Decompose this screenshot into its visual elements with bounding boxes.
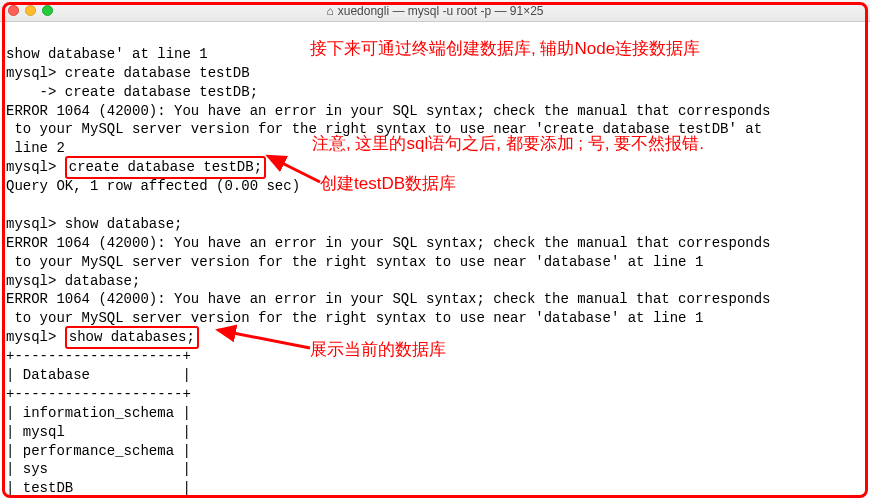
annotation-show-db: 展示当前的数据库	[310, 338, 446, 361]
home-icon: ⌂	[326, 4, 333, 18]
table-border: +--------------------+	[6, 386, 191, 402]
term-prompt-pre: mysql>	[6, 159, 65, 175]
table-row: | sys |	[6, 461, 191, 477]
terminal-output[interactable]: show database' at line 1 mysql> create d…	[0, 22, 870, 500]
window-titlebar: ⌂xuedongli — mysql -u root -p — 91×25	[0, 0, 870, 22]
term-line: ERROR 1064 (42000): You have an error in…	[6, 291, 771, 307]
table-row: | testDB |	[6, 480, 191, 496]
term-line: to your MySQL server version for the rig…	[6, 254, 703, 270]
table-header: | Database |	[6, 367, 191, 383]
term-line: ERROR 1064 (42000): You have an error in…	[6, 103, 771, 119]
term-line: -> create database testDB;	[6, 84, 258, 100]
term-line: mysql> show database;	[6, 216, 182, 232]
highlighted-command-show: show databases;	[65, 326, 199, 349]
term-line: line 2	[6, 140, 65, 156]
annotation-top: 接下来可通过终端创建数据库, 辅助Node连接数据库	[310, 37, 700, 60]
term-line: mysql> create database testDB	[6, 65, 250, 81]
term-prompt-pre: mysql>	[6, 329, 65, 345]
window-title: ⌂xuedongli — mysql -u root -p — 91×25	[0, 4, 870, 18]
table-border: +--------------------+	[6, 348, 191, 364]
highlighted-command-create: create database testDB;	[65, 156, 266, 179]
term-line: ERROR 1064 (42000): You have an error in…	[6, 235, 771, 251]
annotation-semicolon: 注意, 这里的sql语句之后, 都要添加 ; 号, 要不然报错.	[312, 132, 704, 155]
table-row: | information_schema |	[6, 405, 191, 421]
term-line: to your MySQL server version for the rig…	[6, 310, 703, 326]
term-line: mysql> database;	[6, 273, 140, 289]
term-line: show database' at line 1	[6, 46, 208, 62]
window-title-text: xuedongli — mysql -u root -p — 91×25	[338, 4, 544, 18]
annotation-create-db: 创建testDB数据库	[320, 172, 456, 195]
table-row: | performance_schema |	[6, 443, 191, 459]
term-line: Query OK, 1 row affected (0.00 sec)	[6, 178, 300, 194]
table-row: | mysql |	[6, 424, 191, 440]
